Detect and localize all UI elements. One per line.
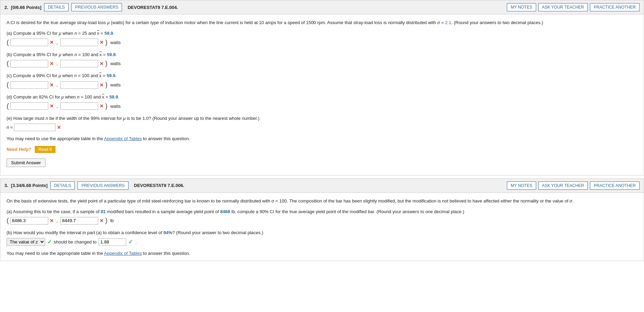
header-right-3: MY NOTES ASK YOUR TEACHER PRACTICE ANOTH… [507,181,640,190]
practice-another-button-3[interactable]: PRACTICE ANOTHER [590,181,640,190]
question-3: 3. [3.34/6.68 Points] DETAILS PREVIOUS A… [0,178,644,261]
previous-answers-button-3[interactable]: PREVIOUS ANSWERS [78,181,128,190]
problem-id-2: DEVORESTAT9 7.E.004. [127,5,178,10]
part-a-unit-3: lb [110,218,114,223]
appendix-link-3[interactable]: Appendix of Tables [104,251,142,256]
part-d-input2-2[interactable] [60,102,98,110]
comma-a2: , [57,40,58,45]
part-a-input1-2[interactable] [10,39,48,46]
close-paren-a2: ) [105,39,108,46]
part-d-2: (d) Compute an 82% CI for μ when n = 100… [7,94,637,110]
part-d-clear1-2[interactable]: ✕ [50,103,54,109]
period-3: . [135,239,137,245]
part-c-input-row-2: ( ✕ , ✕ ) watts [7,81,637,89]
question-2-text: A CI is desired for the true average str… [7,19,637,27]
part-b-3-select-row: The value of z ✓ should be changed to ✓ … [7,238,637,246]
appendix-link-2[interactable]: Appendix of Tables [104,136,142,141]
open-paren-a2: ( [7,39,9,46]
part-c-clear1-2[interactable]: ✕ [50,82,54,88]
question-3-body: On the basis of extensive tests, the yie… [0,193,644,261]
header-right-2: MY NOTES ASK YOUR TEACHER PRACTICE ANOTH… [507,3,640,11]
n-value-3: 81 [101,209,105,214]
problem-id-3: DEVORESTAT9 7.E.006. [134,183,184,188]
question-2: 2. [0/6.66 Points] DETAILS PREVIOUS ANSW… [0,0,644,176]
part-c-input1-2[interactable] [10,81,48,89]
part-b-input1-2[interactable] [10,60,48,67]
part-a-2: (a) Compute a 95% CI for μ when n = 25 a… [7,30,637,46]
part-b-input-3[interactable] [99,238,126,246]
part-c-clear2-2[interactable]: ✕ [100,82,104,88]
part-d-clear2-2[interactable]: ✕ [100,103,104,109]
question-3-number: 3. [4,183,8,188]
part-a-clear1-2[interactable]: ✕ [50,40,54,45]
ask-teacher-button-2[interactable]: ASK YOUR TEACHER [538,3,588,11]
part-e-input-row-2: n = ✕ [7,124,637,131]
part-b-label-2: (b) Compute a 95% CI for μ when n = 100 … [7,51,637,59]
part-b-clear1-2[interactable]: ✕ [50,61,54,66]
question-2-header: 2. [0/6.66 Points] DETAILS PREVIOUS ANSW… [0,0,644,14]
pct-3: 94% [163,230,172,235]
part-d-label-2: (d) Compute an 82% CI for μ when n = 100… [7,94,637,101]
submit-button-2[interactable]: Submit Answer [7,158,45,167]
value-of-z-select[interactable]: The value of z [7,238,45,246]
my-notes-button-2[interactable]: MY NOTES [507,3,536,11]
xbar-3: 8468 [220,209,230,214]
part-a-3: (a) Assuming this to be the case, if a s… [7,208,637,225]
sigma-value-2: 2.1 [445,20,451,25]
part-a-clear2-3[interactable]: ✕ [100,218,104,223]
read-it-button-2[interactable]: Read It [35,146,56,153]
previous-answers-button-2[interactable]: PREVIOUS ANSWERS [71,3,122,11]
n-eq-label: n = [7,125,13,130]
my-notes-button-3[interactable]: MY NOTES [507,181,536,190]
details-button-3[interactable]: DETAILS [50,181,75,190]
part-a-unit-2: watts [110,40,121,45]
select-check-icon: ✓ [47,239,52,245]
part-b-input2-2[interactable] [60,60,98,67]
submit-row-2: Submit Answer [7,158,637,170]
part-c-label-2: (c) Compute a 99% CI for μ when n = 100 … [7,72,637,80]
input-check-icon: ✓ [128,239,133,245]
part-a-input2-3[interactable] [60,217,98,225]
question-3-text: On the basis of extensive tests, the yie… [7,198,637,205]
question-2-number: 2. [4,5,8,10]
appendix-text-3: You may need to use the appropriate tabl… [7,251,637,256]
question-3-header: 3. [3.34/6.68 Points] DETAILS PREVIOUS A… [0,179,644,193]
part-b-clear2-2[interactable]: ✕ [100,61,104,66]
question-2-points: [0/6.66 Points] [11,5,41,10]
part-d-input1-2[interactable] [10,102,48,110]
part-a-label-2: (a) Compute a 95% CI for μ when n = 25 a… [7,30,637,37]
part-a-clear2-2[interactable]: ✕ [100,40,104,45]
part-a-clear1-3[interactable]: ✕ [50,218,54,223]
question-2-body: A CI is desired for the true average str… [0,14,644,175]
part-e-n-input-2[interactable] [14,124,55,131]
part-d-input-row-2: ( ✕ , ✕ ) watts [7,102,637,110]
part-b-input-row-2: ( ✕ , ✕ ) watts [7,60,637,67]
part-b-3: (b) How would you modify the interval in… [7,229,637,246]
need-help-section-2: Need Help? Read It [7,146,637,153]
part-e-2: (e) How large must n be if the width of … [7,115,637,131]
should-be-changed-label: should be changed to [54,239,96,245]
practice-another-button-2[interactable]: PRACTICE ANOTHER [590,3,640,11]
part-b-2: (b) Compute a 95% CI for μ when n = 100 … [7,51,637,68]
part-a-input1-3[interactable] [10,217,48,225]
part-a-3-input-row: ( ✕ , ✕ ) lb [7,217,637,225]
part-c-2: (c) Compute a 99% CI for μ when n = 100 … [7,72,637,89]
part-a-label-3: (a) Assuming this to be the case, if a s… [7,208,637,216]
part-c-input2-2[interactable] [60,81,98,89]
part-a-input2-2[interactable] [60,39,98,46]
details-button-2[interactable]: DETAILS [44,3,69,11]
part-e-clear-2[interactable]: ✕ [57,125,61,130]
part-a-input-row-2: ( ✕ , ✕ ) watts [7,39,637,46]
part-e-label-2: (e) How large must n be if the width of … [7,115,637,122]
question-3-points: [3.34/6.68 Points] [11,183,48,188]
ask-teacher-button-3[interactable]: ASK YOUR TEACHER [538,181,588,190]
part-b-label-3: (b) How would you modify the interval in… [7,229,637,237]
appendix-text-2: You may need to use the appropriate tabl… [7,136,637,141]
need-help-label-2: Need Help? [7,147,31,152]
